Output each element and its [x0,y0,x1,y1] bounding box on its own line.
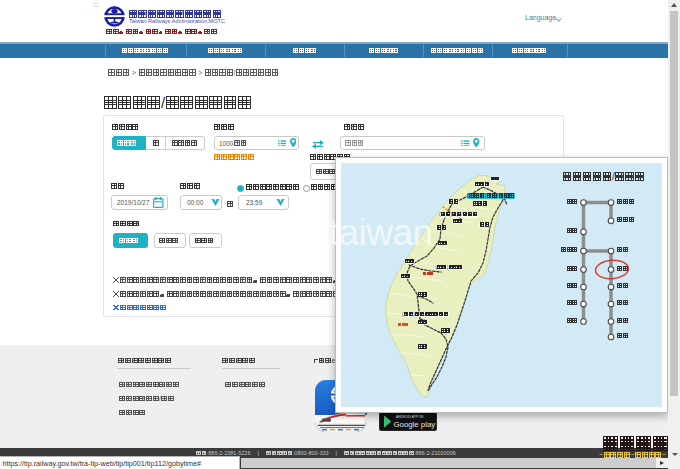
svg-text:Google play: Google play [394,420,436,429]
svg-text:ANDROID APP ON: ANDROID APP ON [396,415,424,419]
